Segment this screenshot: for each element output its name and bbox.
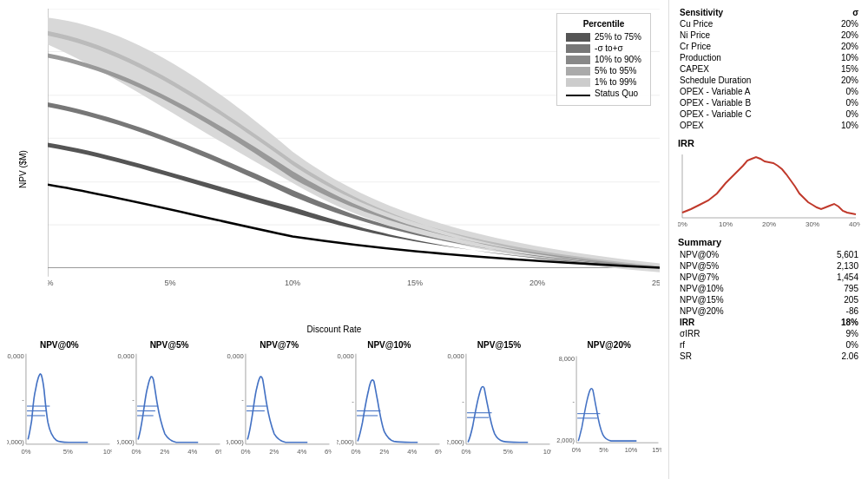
- sensitivity-row: OPEX - Variable B 0%: [678, 97, 860, 108]
- sensitivity-row: Ni Price 20%: [678, 30, 860, 41]
- summary-name: NPV@20%: [678, 305, 797, 317]
- small-chart-npv15: NPV@15% 10,000 - (2,000) 0% 5% 10%: [444, 338, 555, 473]
- small-chart-title: NPV@20%: [556, 340, 661, 350]
- sensitivity-name: OPEX - Variable A: [678, 86, 820, 97]
- svg-text:5%: 5%: [503, 448, 512, 456]
- svg-text:0%: 0%: [21, 448, 30, 456]
- svg-text:6%: 6%: [325, 448, 332, 456]
- sensitivity-name: Cr Price: [678, 41, 820, 52]
- svg-text:6%: 6%: [215, 448, 222, 456]
- svg-text:6%: 6%: [435, 448, 442, 456]
- svg-text:2%: 2%: [379, 448, 389, 456]
- svg-text:(2,000): (2,000): [556, 436, 575, 444]
- svg-text:0%: 0%: [678, 220, 687, 228]
- legend-item: -σ to+σ: [566, 43, 641, 53]
- sensitivity-row: CAPEX 15%: [678, 63, 860, 75]
- sensitivity-value: 0%: [820, 97, 860, 108]
- svg-text:10%: 10%: [543, 448, 552, 456]
- summary-name: rf: [678, 339, 797, 351]
- summary-row: σIRR 9%: [678, 328, 860, 339]
- svg-text:4%: 4%: [407, 448, 417, 456]
- sensitivity-value: 20%: [820, 75, 860, 86]
- sensitivity-name: Production: [678, 52, 820, 63]
- svg-text:0%: 0%: [131, 448, 141, 456]
- sensitivity-name: Schedule Duration: [678, 75, 820, 86]
- summary-name: IRR: [678, 317, 797, 328]
- small-chart-npv20: NPV@20% 8,000 - (2,000) 0% 5% 10% 15%: [554, 338, 664, 473]
- small-chart-npv5: NPV@5% 20,000 - (5,000) 0% 2% 4% 6%: [115, 338, 225, 473]
- legend-item: Status Quo: [566, 89, 641, 98]
- svg-text:40%: 40%: [849, 220, 860, 228]
- svg-text:20,000: 20,000: [227, 352, 244, 360]
- sensitivity-value: 10%: [820, 120, 860, 131]
- legend-label: 25% to 75%: [595, 32, 641, 42]
- legend-item: 5% to 95%: [566, 66, 641, 75]
- summary-value: 0%: [797, 339, 860, 351]
- sensitivity-title: Sensitivity: [680, 8, 723, 17]
- svg-text:20%: 20%: [762, 220, 776, 228]
- main-container: NPV ($M) Discount Rate Percentile 25% to…: [0, 0, 868, 479]
- legend-swatch: [566, 67, 590, 75]
- summary-value: 2,130: [797, 260, 860, 272]
- summary-row: NPV@5% 2,130: [678, 260, 860, 272]
- sensitivity-name: OPEX - Variable B: [678, 97, 820, 108]
- svg-text:-: -: [22, 396, 24, 404]
- sensitivity-name: OPEX - Variable C: [678, 108, 820, 120]
- svg-text:0%: 0%: [461, 448, 470, 456]
- legend-label: 1% to 99%: [595, 77, 636, 87]
- svg-text:10%: 10%: [625, 446, 638, 454]
- small-chart-svg-10: 10,000 - (2,000) 0% 2% 4% 6%: [337, 351, 442, 471]
- summary-name: SR: [678, 351, 797, 362]
- sensitivity-section: Sensitivity σ Cu Price 20% Ni Price 20% …: [678, 7, 860, 131]
- svg-text:15%: 15%: [653, 446, 661, 454]
- svg-text:(10,000): (10,000): [7, 438, 24, 446]
- sigma-label: σ: [852, 8, 858, 17]
- svg-text:30%: 30%: [806, 220, 819, 228]
- svg-text:2%: 2%: [160, 448, 169, 456]
- svg-text:5%: 5%: [164, 279, 175, 287]
- svg-text:(5,000): (5,000): [117, 438, 135, 446]
- small-charts-row: NPV@0% 40,000 - (10,000) 0% 5% 10%: [0, 338, 668, 473]
- summary-value: 1,454: [797, 272, 860, 283]
- svg-text:-: -: [462, 397, 464, 405]
- small-chart-title: NPV@0%: [7, 340, 112, 350]
- small-chart-npv7: NPV@7% 20,000 - (5,000) 0% 2% 4% 6%: [224, 338, 334, 473]
- sensitivity-name: Cu Price: [678, 18, 820, 30]
- sensitivity-value: 0%: [820, 108, 860, 120]
- summary-row-irr: IRR 18%: [678, 317, 860, 328]
- svg-text:20,000: 20,000: [117, 352, 135, 360]
- summary-section: Summary NPV@0% 5,601 NPV@5% 2,130 NPV@7%…: [678, 237, 860, 362]
- legend-item: 10% to 90%: [566, 55, 641, 64]
- summary-value: 205: [797, 294, 860, 305]
- chart-legend: Percentile 25% to 75% -σ to+σ 10% to 90%…: [556, 13, 651, 106]
- left-panel: NPV ($M) Discount Rate Percentile 25% to…: [0, 0, 668, 479]
- svg-text:5%: 5%: [600, 446, 609, 454]
- sensitivity-value: 20%: [820, 41, 860, 52]
- legend-label: -σ to+σ: [595, 43, 623, 53]
- svg-text:(5,000): (5,000): [227, 438, 244, 446]
- sensitivity-row: Schedule Duration 20%: [678, 75, 860, 86]
- small-chart-title: NPV@5%: [117, 340, 222, 350]
- irr-chart-area: IRR 0% 10% 20% 30% 40%: [678, 138, 860, 233]
- summary-title: Summary: [678, 237, 860, 247]
- summary-value: 5,601: [797, 249, 860, 260]
- sensitivity-row: OPEX 10%: [678, 120, 860, 131]
- summary-value: 18%: [797, 317, 860, 328]
- sensitivity-value: 0%: [820, 86, 860, 97]
- sensitivity-value: 10%: [820, 52, 860, 63]
- small-chart-title: NPV@10%: [337, 340, 442, 350]
- svg-text:5%: 5%: [63, 448, 73, 456]
- sensitivity-row: OPEX - Variable A 0%: [678, 86, 860, 97]
- summary-value: -86: [797, 305, 860, 317]
- svg-text:8,000: 8,000: [559, 355, 575, 363]
- legend-swatch: [566, 56, 590, 64]
- small-chart-svg-5: 20,000 - (5,000) 0% 2% 4% 6%: [117, 351, 222, 471]
- sensitivity-value: 20%: [820, 30, 860, 41]
- sensitivity-row: Cu Price 20%: [678, 18, 860, 30]
- summary-table: NPV@0% 5,601 NPV@5% 2,130 NPV@7% 1,454 N…: [678, 249, 860, 362]
- svg-text:10%: 10%: [719, 220, 733, 228]
- summary-value: 9%: [797, 328, 860, 339]
- svg-text:0%: 0%: [351, 448, 360, 456]
- svg-text:-: -: [242, 396, 245, 404]
- summary-name: NPV@5%: [678, 260, 797, 272]
